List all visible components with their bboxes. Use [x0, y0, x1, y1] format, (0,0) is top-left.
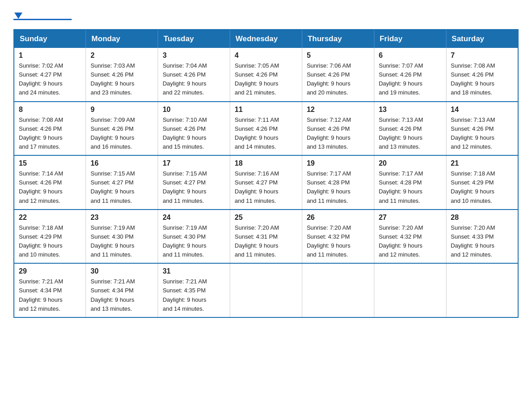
- day-number: 3: [163, 51, 225, 60]
- calendar-day-cell: 22 Sunrise: 7:18 AMSunset: 4:29 PMDaylig…: [14, 210, 86, 264]
- day-info: Sunrise: 7:08 AMSunset: 4:26 PMDaylight:…: [19, 116, 63, 150]
- calendar-day-cell: 10 Sunrise: 7:10 AMSunset: 4:26 PMDaylig…: [158, 102, 230, 156]
- day-number: 18: [235, 159, 297, 167]
- calendar-day-cell: 4 Sunrise: 7:05 AMSunset: 4:26 PMDayligh…: [230, 48, 302, 102]
- day-info: Sunrise: 7:02 AMSunset: 4:27 PMDaylight:…: [19, 62, 63, 96]
- day-info: Sunrise: 7:21 AMSunset: 4:34 PMDaylight:…: [19, 278, 63, 312]
- calendar-empty-cell: [374, 263, 446, 317]
- day-info: Sunrise: 7:20 AMSunset: 4:32 PMDaylight:…: [379, 224, 423, 258]
- calendar-week-row: 15 Sunrise: 7:14 AMSunset: 4:26 PMDaylig…: [14, 155, 518, 210]
- day-number: 24: [163, 214, 225, 222]
- day-number: 25: [235, 214, 297, 222]
- day-info: Sunrise: 7:11 AMSunset: 4:26 PMDaylight:…: [235, 116, 279, 150]
- calendar-header-wednesday: Wednesday: [230, 30, 302, 48]
- logo: [13, 9, 72, 20]
- day-info: Sunrise: 7:04 AMSunset: 4:26 PMDaylight:…: [163, 62, 207, 96]
- calendar-day-cell: 21 Sunrise: 7:18 AMSunset: 4:29 PMDaylig…: [446, 155, 518, 210]
- calendar-day-cell: 28 Sunrise: 7:20 AMSunset: 4:33 PMDaylig…: [446, 210, 518, 264]
- day-info: Sunrise: 7:13 AMSunset: 4:26 PMDaylight:…: [379, 116, 423, 150]
- day-info: Sunrise: 7:09 AMSunset: 4:26 PMDaylight:…: [90, 116, 135, 150]
- calendar-day-cell: 6 Sunrise: 7:07 AMSunset: 4:26 PMDayligh…: [374, 48, 446, 102]
- day-number: 29: [19, 267, 81, 275]
- calendar-empty-cell: [230, 263, 302, 317]
- day-info: Sunrise: 7:03 AMSunset: 4:26 PMDaylight:…: [90, 62, 135, 96]
- day-info: Sunrise: 7:20 AMSunset: 4:32 PMDaylight:…: [307, 224, 351, 258]
- day-number: 30: [90, 267, 153, 275]
- day-number: 17: [163, 159, 225, 167]
- calendar-day-cell: 14 Sunrise: 7:13 AMSunset: 4:26 PMDaylig…: [446, 102, 518, 156]
- day-info: Sunrise: 7:14 AMSunset: 4:26 PMDaylight:…: [19, 170, 63, 204]
- calendar-day-cell: 27 Sunrise: 7:20 AMSunset: 4:32 PMDaylig…: [374, 210, 446, 264]
- day-number: 26: [307, 214, 369, 222]
- calendar-day-cell: 20 Sunrise: 7:17 AMSunset: 4:28 PMDaylig…: [374, 155, 446, 210]
- calendar-header-tuesday: Tuesday: [158, 30, 230, 48]
- day-number: 1: [19, 51, 81, 60]
- calendar-empty-cell: [302, 263, 374, 317]
- calendar-day-cell: 9 Sunrise: 7:09 AMSunset: 4:26 PMDayligh…: [86, 102, 158, 156]
- day-number: 16: [90, 159, 153, 167]
- calendar-week-row: 8 Sunrise: 7:08 AMSunset: 4:26 PMDayligh…: [14, 102, 518, 156]
- calendar-day-cell: 19 Sunrise: 7:17 AMSunset: 4:28 PMDaylig…: [302, 155, 374, 210]
- day-info: Sunrise: 7:18 AMSunset: 4:29 PMDaylight:…: [451, 170, 495, 204]
- day-number: 8: [19, 106, 81, 114]
- calendar-day-cell: 23 Sunrise: 7:19 AMSunset: 4:30 PMDaylig…: [86, 210, 158, 264]
- day-info: Sunrise: 7:16 AMSunset: 4:27 PMDaylight:…: [235, 170, 279, 204]
- day-number: 27: [379, 214, 442, 222]
- calendar-empty-cell: [446, 263, 518, 317]
- day-number: 12: [307, 106, 369, 114]
- calendar-day-cell: 17 Sunrise: 7:15 AMSunset: 4:27 PMDaylig…: [158, 155, 230, 210]
- day-info: Sunrise: 7:21 AMSunset: 4:35 PMDaylight:…: [163, 278, 207, 312]
- calendar-day-cell: 5 Sunrise: 7:06 AMSunset: 4:26 PMDayligh…: [302, 48, 374, 102]
- day-number: 28: [451, 214, 513, 222]
- day-number: 10: [163, 106, 225, 114]
- calendar-day-cell: 29 Sunrise: 7:21 AMSunset: 4:34 PMDaylig…: [14, 263, 86, 317]
- day-info: Sunrise: 7:19 AMSunset: 4:30 PMDaylight:…: [90, 224, 135, 258]
- calendar-header-friday: Friday: [374, 30, 446, 48]
- day-number: 15: [19, 159, 81, 167]
- calendar-day-cell: 11 Sunrise: 7:11 AMSunset: 4:26 PMDaylig…: [230, 102, 302, 156]
- day-info: Sunrise: 7:21 AMSunset: 4:34 PMDaylight:…: [90, 278, 135, 312]
- calendar-day-cell: 12 Sunrise: 7:12 AMSunset: 4:26 PMDaylig…: [302, 102, 374, 156]
- day-number: 21: [451, 159, 513, 167]
- day-number: 13: [379, 106, 442, 114]
- calendar-day-cell: 31 Sunrise: 7:21 AMSunset: 4:35 PMDaylig…: [158, 263, 230, 317]
- page-header: [13, 9, 519, 20]
- day-info: Sunrise: 7:15 AMSunset: 4:27 PMDaylight:…: [90, 170, 135, 204]
- calendar-day-cell: 24 Sunrise: 7:19 AMSunset: 4:30 PMDaylig…: [158, 210, 230, 264]
- calendar-day-cell: 1 Sunrise: 7:02 AMSunset: 4:27 PMDayligh…: [14, 48, 86, 102]
- calendar-day-cell: 26 Sunrise: 7:20 AMSunset: 4:32 PMDaylig…: [302, 210, 374, 264]
- day-info: Sunrise: 7:19 AMSunset: 4:30 PMDaylight:…: [163, 224, 207, 258]
- day-number: 19: [307, 159, 369, 167]
- calendar-week-row: 1 Sunrise: 7:02 AMSunset: 4:27 PMDayligh…: [14, 48, 518, 102]
- day-number: 22: [19, 214, 81, 222]
- day-info: Sunrise: 7:12 AMSunset: 4:26 PMDaylight:…: [307, 116, 351, 150]
- calendar-day-cell: 25 Sunrise: 7:20 AMSunset: 4:31 PMDaylig…: [230, 210, 302, 264]
- calendar-day-cell: 2 Sunrise: 7:03 AMSunset: 4:26 PMDayligh…: [86, 48, 158, 102]
- calendar-day-cell: 8 Sunrise: 7:08 AMSunset: 4:26 PMDayligh…: [14, 102, 86, 156]
- day-number: 11: [235, 106, 297, 114]
- day-number: 20: [379, 159, 442, 167]
- day-info: Sunrise: 7:13 AMSunset: 4:26 PMDaylight:…: [451, 116, 495, 150]
- calendar-header-thursday: Thursday: [302, 30, 374, 48]
- calendar-day-cell: 18 Sunrise: 7:16 AMSunset: 4:27 PMDaylig…: [230, 155, 302, 210]
- day-number: 14: [451, 106, 513, 114]
- logo-underline: [13, 19, 72, 20]
- day-number: 4: [235, 51, 297, 60]
- day-number: 2: [90, 51, 153, 60]
- day-info: Sunrise: 7:17 AMSunset: 4:28 PMDaylight:…: [307, 170, 351, 204]
- calendar-day-cell: 7 Sunrise: 7:08 AMSunset: 4:26 PMDayligh…: [446, 48, 518, 102]
- calendar-header-sunday: Sunday: [14, 30, 86, 48]
- day-info: Sunrise: 7:08 AMSunset: 4:26 PMDaylight:…: [451, 62, 495, 96]
- calendar-week-row: 29 Sunrise: 7:21 AMSunset: 4:34 PMDaylig…: [14, 263, 518, 317]
- day-number: 23: [90, 214, 153, 222]
- day-number: 6: [379, 51, 442, 60]
- day-info: Sunrise: 7:18 AMSunset: 4:29 PMDaylight:…: [19, 224, 63, 258]
- calendar-header-monday: Monday: [86, 30, 158, 48]
- day-number: 9: [90, 106, 153, 114]
- day-info: Sunrise: 7:20 AMSunset: 4:31 PMDaylight:…: [235, 224, 279, 258]
- calendar-header-saturday: Saturday: [446, 30, 518, 48]
- day-info: Sunrise: 7:17 AMSunset: 4:28 PMDaylight:…: [379, 170, 423, 204]
- calendar-day-cell: 16 Sunrise: 7:15 AMSunset: 4:27 PMDaylig…: [86, 155, 158, 210]
- calendar-table: SundayMondayTuesdayWednesdayThursdayFrid…: [13, 29, 519, 318]
- calendar-week-row: 22 Sunrise: 7:18 AMSunset: 4:29 PMDaylig…: [14, 210, 518, 264]
